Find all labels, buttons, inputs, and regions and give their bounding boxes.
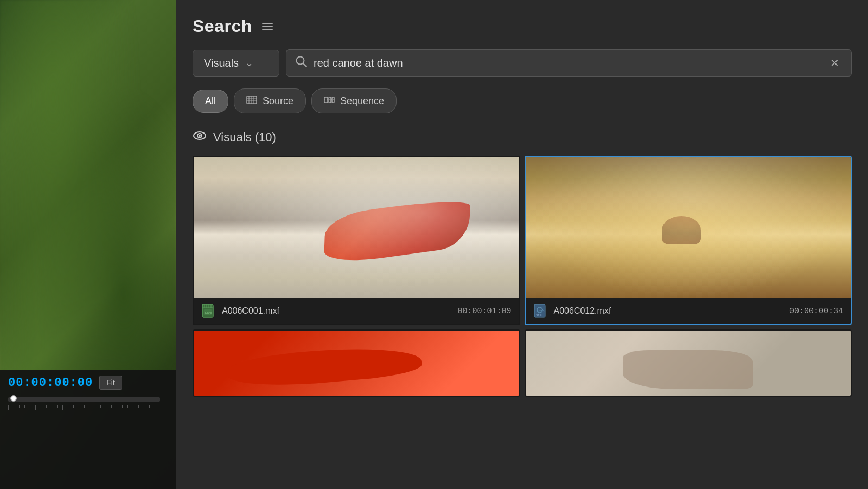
svg-text:STILL: STILL bbox=[536, 314, 544, 317]
section-title: Visuals (10) bbox=[213, 130, 276, 144]
thumbnail-image-1 bbox=[194, 157, 519, 298]
scrubber-area[interactable] bbox=[8, 397, 168, 412]
mist-overlay-1 bbox=[194, 157, 519, 298]
thumbnail-footer-1: MXF A006C001.mxf 00:00:01:09 bbox=[194, 298, 519, 324]
eye-icon bbox=[193, 129, 207, 146]
thumbnail-card-1[interactable]: MXF A006C001.mxf 00:00:01:09 bbox=[193, 156, 520, 325]
right-panel: Search Visuals ⌄ ✕ bbox=[176, 0, 868, 489]
thumbnails-grid: MXF A006C001.mxf 00:00:01:09 STILL bbox=[193, 156, 852, 397]
mist-overlay-2 bbox=[526, 157, 851, 298]
timecode-display: 00:00:00:00 bbox=[8, 376, 93, 390]
tick-marks bbox=[8, 405, 160, 412]
fit-zoom-badge[interactable]: Fit bbox=[99, 376, 122, 390]
thumbnail-footer-2: STILL A006C012.mxf 00:00:00:34 bbox=[526, 298, 851, 324]
scrubber-handle[interactable] bbox=[10, 395, 17, 402]
search-controls: Visuals ⌄ ✕ bbox=[193, 49, 852, 77]
search-icon bbox=[295, 55, 307, 71]
clear-search-button[interactable]: ✕ bbox=[827, 56, 843, 69]
thumbnail-filename-2: A006C012.mxf bbox=[554, 306, 784, 316]
chevron-down-icon: ⌄ bbox=[245, 57, 253, 69]
menu-line-1 bbox=[262, 23, 273, 24]
menu-line-2 bbox=[262, 26, 273, 27]
filter-source-label: Source bbox=[263, 96, 293, 107]
thumbnail-card-4[interactable] bbox=[525, 329, 852, 397]
filter-sequence-label: Sequence bbox=[340, 96, 384, 107]
thumbnail-filename-1: A006C001.mxf bbox=[222, 306, 452, 316]
thumbnail-image-4 bbox=[526, 331, 851, 396]
visuals-dropdown[interactable]: Visuals ⌄ bbox=[193, 50, 279, 77]
still-file-icon-2: STILL bbox=[533, 303, 548, 319]
filter-sequence-button[interactable]: Sequence bbox=[311, 88, 397, 113]
scrubber-track[interactable] bbox=[8, 397, 160, 402]
thumbnail-card-3[interactable] bbox=[193, 329, 520, 397]
search-input[interactable] bbox=[314, 57, 820, 69]
source-icon bbox=[246, 94, 257, 107]
menu-icon[interactable] bbox=[260, 21, 275, 33]
search-header: Search bbox=[193, 16, 852, 36]
thumbnail-duration-2: 00:00:00:34 bbox=[789, 307, 843, 316]
menu-line-3 bbox=[262, 29, 273, 30]
svg-point-14 bbox=[199, 135, 201, 137]
filter-all-label: All bbox=[205, 96, 216, 107]
video-file-icon-1: MXF bbox=[201, 303, 216, 319]
filter-source-button[interactable]: Source bbox=[234, 88, 306, 113]
svg-text:MXF: MXF bbox=[205, 312, 212, 315]
svg-rect-2 bbox=[247, 96, 257, 104]
section-heading: Visuals (10) bbox=[193, 129, 852, 146]
thumbnail-card-2[interactable]: STILL A006C012.mxf 00:00:00:34 bbox=[525, 156, 852, 325]
sequence-icon bbox=[324, 94, 335, 107]
timeline-area: 00:00:00:00 Fit bbox=[0, 370, 176, 489]
filter-buttons: All Source bbox=[193, 88, 852, 113]
thumbnail-image-2 bbox=[526, 157, 851, 298]
search-input-wrapper: ✕ bbox=[286, 49, 852, 77]
search-title: Search bbox=[193, 16, 252, 36]
filter-all-button[interactable]: All bbox=[193, 90, 228, 113]
thumbnail-duration-1: 00:00:01:09 bbox=[457, 307, 511, 316]
dropdown-label: Visuals bbox=[204, 57, 239, 69]
svg-line-1 bbox=[303, 63, 307, 67]
thumbnail-image-3 bbox=[194, 331, 519, 396]
